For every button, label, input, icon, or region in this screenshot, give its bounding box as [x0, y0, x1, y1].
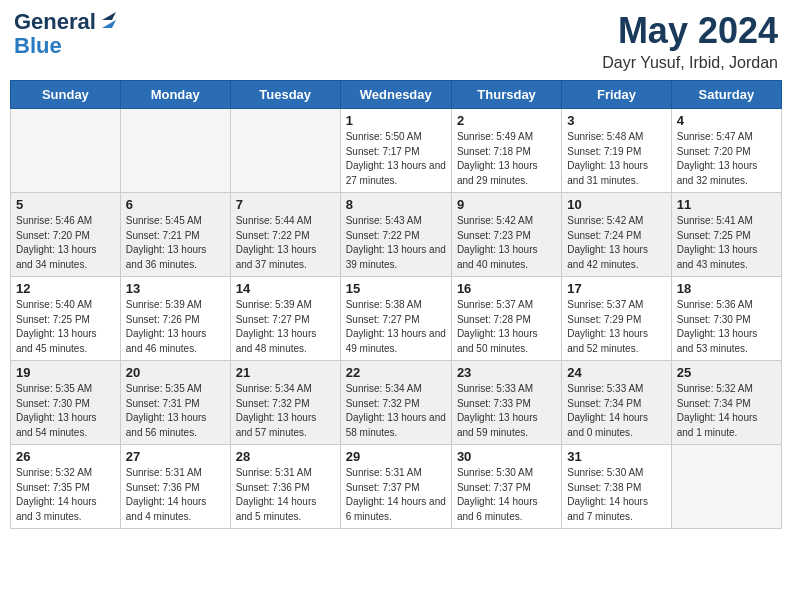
calendar-cell: 22Sunrise: 5:34 AMSunset: 7:32 PMDayligh… [340, 361, 451, 445]
calendar-cell: 14Sunrise: 5:39 AMSunset: 7:27 PMDayligh… [230, 277, 340, 361]
calendar-cell: 9Sunrise: 5:42 AMSunset: 7:23 PMDaylight… [451, 193, 561, 277]
calendar-cell: 31Sunrise: 5:30 AMSunset: 7:38 PMDayligh… [562, 445, 671, 529]
calendar-cell [230, 109, 340, 193]
logo-general: General [14, 10, 96, 34]
day-info: Sunrise: 5:34 AMSunset: 7:32 PMDaylight:… [346, 382, 446, 440]
day-number: 8 [346, 197, 446, 212]
day-number: 20 [126, 365, 225, 380]
day-info: Sunrise: 5:33 AMSunset: 7:34 PMDaylight:… [567, 382, 665, 440]
day-number: 9 [457, 197, 556, 212]
month-title: May 2024 [602, 10, 778, 52]
day-info: Sunrise: 5:37 AMSunset: 7:29 PMDaylight:… [567, 298, 665, 356]
day-number: 17 [567, 281, 665, 296]
day-info: Sunrise: 5:42 AMSunset: 7:24 PMDaylight:… [567, 214, 665, 272]
calendar-cell: 2Sunrise: 5:49 AMSunset: 7:18 PMDaylight… [451, 109, 561, 193]
day-number: 29 [346, 449, 446, 464]
calendar-cell: 18Sunrise: 5:36 AMSunset: 7:30 PMDayligh… [671, 277, 781, 361]
day-number: 22 [346, 365, 446, 380]
calendar-cell: 19Sunrise: 5:35 AMSunset: 7:30 PMDayligh… [11, 361, 121, 445]
day-info: Sunrise: 5:35 AMSunset: 7:30 PMDaylight:… [16, 382, 115, 440]
calendar-week-row: 1Sunrise: 5:50 AMSunset: 7:17 PMDaylight… [11, 109, 782, 193]
day-info: Sunrise: 5:30 AMSunset: 7:37 PMDaylight:… [457, 466, 556, 524]
calendar-cell: 3Sunrise: 5:48 AMSunset: 7:19 PMDaylight… [562, 109, 671, 193]
svg-marker-1 [102, 12, 116, 20]
calendar-cell: 8Sunrise: 5:43 AMSunset: 7:22 PMDaylight… [340, 193, 451, 277]
day-number: 10 [567, 197, 665, 212]
calendar-week-row: 19Sunrise: 5:35 AMSunset: 7:30 PMDayligh… [11, 361, 782, 445]
day-number: 16 [457, 281, 556, 296]
calendar-week-row: 26Sunrise: 5:32 AMSunset: 7:35 PMDayligh… [11, 445, 782, 529]
calendar-cell: 20Sunrise: 5:35 AMSunset: 7:31 PMDayligh… [120, 361, 230, 445]
day-number: 24 [567, 365, 665, 380]
calendar-cell: 29Sunrise: 5:31 AMSunset: 7:37 PMDayligh… [340, 445, 451, 529]
calendar-cell: 5Sunrise: 5:46 AMSunset: 7:20 PMDaylight… [11, 193, 121, 277]
day-info: Sunrise: 5:39 AMSunset: 7:26 PMDaylight:… [126, 298, 225, 356]
calendar-cell: 6Sunrise: 5:45 AMSunset: 7:21 PMDaylight… [120, 193, 230, 277]
day-number: 15 [346, 281, 446, 296]
day-info: Sunrise: 5:31 AMSunset: 7:36 PMDaylight:… [236, 466, 335, 524]
weekday-header: Wednesday [340, 81, 451, 109]
calendar-cell: 10Sunrise: 5:42 AMSunset: 7:24 PMDayligh… [562, 193, 671, 277]
logo-icon [98, 10, 120, 32]
day-info: Sunrise: 5:50 AMSunset: 7:17 PMDaylight:… [346, 130, 446, 188]
day-number: 4 [677, 113, 776, 128]
weekday-header: Tuesday [230, 81, 340, 109]
weekday-header-row: SundayMondayTuesdayWednesdayThursdayFrid… [11, 81, 782, 109]
calendar-cell: 30Sunrise: 5:30 AMSunset: 7:37 PMDayligh… [451, 445, 561, 529]
day-number: 13 [126, 281, 225, 296]
calendar-cell: 7Sunrise: 5:44 AMSunset: 7:22 PMDaylight… [230, 193, 340, 277]
calendar-cell: 12Sunrise: 5:40 AMSunset: 7:25 PMDayligh… [11, 277, 121, 361]
day-number: 7 [236, 197, 335, 212]
day-info: Sunrise: 5:44 AMSunset: 7:22 PMDaylight:… [236, 214, 335, 272]
day-info: Sunrise: 5:45 AMSunset: 7:21 PMDaylight:… [126, 214, 225, 272]
calendar-cell: 13Sunrise: 5:39 AMSunset: 7:26 PMDayligh… [120, 277, 230, 361]
day-info: Sunrise: 5:32 AMSunset: 7:35 PMDaylight:… [16, 466, 115, 524]
calendar-cell: 21Sunrise: 5:34 AMSunset: 7:32 PMDayligh… [230, 361, 340, 445]
day-info: Sunrise: 5:31 AMSunset: 7:36 PMDaylight:… [126, 466, 225, 524]
weekday-header: Monday [120, 81, 230, 109]
day-info: Sunrise: 5:49 AMSunset: 7:18 PMDaylight:… [457, 130, 556, 188]
calendar-cell: 28Sunrise: 5:31 AMSunset: 7:36 PMDayligh… [230, 445, 340, 529]
day-number: 1 [346, 113, 446, 128]
day-info: Sunrise: 5:33 AMSunset: 7:33 PMDaylight:… [457, 382, 556, 440]
calendar-cell: 25Sunrise: 5:32 AMSunset: 7:34 PMDayligh… [671, 361, 781, 445]
calendar-cell: 23Sunrise: 5:33 AMSunset: 7:33 PMDayligh… [451, 361, 561, 445]
calendar-cell [11, 109, 121, 193]
calendar-cell: 15Sunrise: 5:38 AMSunset: 7:27 PMDayligh… [340, 277, 451, 361]
day-number: 5 [16, 197, 115, 212]
weekday-header: Saturday [671, 81, 781, 109]
location-subtitle: Dayr Yusuf, Irbid, Jordan [602, 54, 778, 72]
day-info: Sunrise: 5:42 AMSunset: 7:23 PMDaylight:… [457, 214, 556, 272]
calendar-table: SundayMondayTuesdayWednesdayThursdayFrid… [10, 80, 782, 529]
svg-marker-0 [102, 20, 116, 28]
calendar-week-row: 12Sunrise: 5:40 AMSunset: 7:25 PMDayligh… [11, 277, 782, 361]
day-number: 11 [677, 197, 776, 212]
day-number: 25 [677, 365, 776, 380]
logo-blue: Blue [14, 34, 62, 58]
day-info: Sunrise: 5:47 AMSunset: 7:20 PMDaylight:… [677, 130, 776, 188]
day-info: Sunrise: 5:37 AMSunset: 7:28 PMDaylight:… [457, 298, 556, 356]
day-number: 23 [457, 365, 556, 380]
title-block: May 2024 Dayr Yusuf, Irbid, Jordan [602, 10, 778, 72]
calendar-cell: 1Sunrise: 5:50 AMSunset: 7:17 PMDaylight… [340, 109, 451, 193]
calendar-cell: 17Sunrise: 5:37 AMSunset: 7:29 PMDayligh… [562, 277, 671, 361]
day-number: 28 [236, 449, 335, 464]
day-number: 12 [16, 281, 115, 296]
calendar-cell [671, 445, 781, 529]
day-number: 30 [457, 449, 556, 464]
day-info: Sunrise: 5:30 AMSunset: 7:38 PMDaylight:… [567, 466, 665, 524]
day-info: Sunrise: 5:31 AMSunset: 7:37 PMDaylight:… [346, 466, 446, 524]
weekday-header: Sunday [11, 81, 121, 109]
calendar-cell: 4Sunrise: 5:47 AMSunset: 7:20 PMDaylight… [671, 109, 781, 193]
day-info: Sunrise: 5:40 AMSunset: 7:25 PMDaylight:… [16, 298, 115, 356]
day-number: 6 [126, 197, 225, 212]
day-info: Sunrise: 5:43 AMSunset: 7:22 PMDaylight:… [346, 214, 446, 272]
day-number: 2 [457, 113, 556, 128]
day-info: Sunrise: 5:36 AMSunset: 7:30 PMDaylight:… [677, 298, 776, 356]
calendar-cell: 27Sunrise: 5:31 AMSunset: 7:36 PMDayligh… [120, 445, 230, 529]
calendar-week-row: 5Sunrise: 5:46 AMSunset: 7:20 PMDaylight… [11, 193, 782, 277]
page-header: General Blue May 2024 Dayr Yusuf, Irbid,… [10, 10, 782, 72]
day-info: Sunrise: 5:39 AMSunset: 7:27 PMDaylight:… [236, 298, 335, 356]
day-number: 18 [677, 281, 776, 296]
calendar-cell: 16Sunrise: 5:37 AMSunset: 7:28 PMDayligh… [451, 277, 561, 361]
